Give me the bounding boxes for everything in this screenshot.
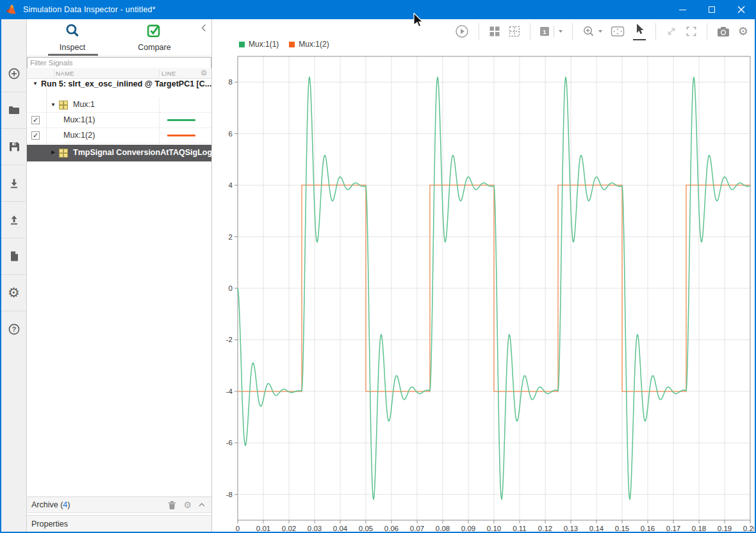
properties-label: Properties <box>31 520 68 529</box>
tab-compare-label: Compare <box>119 43 190 52</box>
active-tab-underline <box>48 54 98 56</box>
help-icon: ? <box>8 323 21 336</box>
run-label: Run 5: slrt_ex_osc_inlined @ TargetPC1 [… <box>41 79 211 88</box>
svg-text:6: 6 <box>229 130 233 138</box>
collapse-archive-chevron-icon[interactable] <box>199 503 205 507</box>
add-run-button[interactable] <box>1 56 27 92</box>
svg-text:0.18: 0.18 <box>692 525 706 532</box>
table-settings-gear-icon[interactable]: ⚙ <box>201 69 208 78</box>
column-line: LINE <box>161 70 176 77</box>
selected-signal-row[interactable]: ▶ TmpSignal ConversionAtTAQSigLoggi... <box>27 145 211 161</box>
svg-text:0.09: 0.09 <box>461 525 475 532</box>
folder-icon <box>8 104 21 117</box>
compare-check-icon <box>147 23 162 38</box>
column-name: NAME <box>56 70 74 77</box>
app-window: Simulation Data Inspector - untitled* <box>0 0 756 533</box>
add-icon <box>8 67 21 80</box>
signals-panel: Inspect Compare NAME <box>27 19 212 532</box>
import-button[interactable] <box>1 165 27 201</box>
svg-text:0.12: 0.12 <box>538 525 552 532</box>
archive-settings-gear-icon[interactable]: ⚙ <box>183 500 192 509</box>
svg-text:0.01: 0.01 <box>256 525 270 532</box>
svg-text:0.15: 0.15 <box>615 525 629 532</box>
close-icon <box>737 6 745 13</box>
signal-checkbox[interactable]: ✓ <box>31 131 40 140</box>
tab-compare[interactable]: Compare <box>119 23 190 52</box>
plot-canvas[interactable]: 00.010.020.030.040.050.060.070.080.090.1… <box>212 19 754 532</box>
svg-text:8: 8 <box>229 78 233 86</box>
svg-text:0: 0 <box>236 525 240 532</box>
signal-line-swatch <box>167 135 195 136</box>
svg-text:0.08: 0.08 <box>436 525 450 532</box>
collapse-properties-chevron-icon[interactable] <box>205 522 211 526</box>
collapse-panel-chevron-icon[interactable] <box>201 24 206 32</box>
signal-checkbox[interactable]: ✓ <box>31 116 40 124</box>
svg-text:0.17: 0.17 <box>666 525 680 532</box>
title-bar: Simulation Data Inspector - untitled* <box>0 0 756 19</box>
svg-text:-4: -4 <box>226 388 233 395</box>
svg-text:0.10: 0.10 <box>487 525 501 532</box>
svg-text:0.14: 0.14 <box>589 525 604 532</box>
maximize-button[interactable] <box>697 0 727 19</box>
svg-text:?: ? <box>12 325 15 333</box>
signal-name: Mux:1(2) <box>63 131 95 140</box>
tab-inspect[interactable]: Inspect <box>37 23 108 52</box>
selected-signal-label: TmpSignal ConversionAtTAQSigLoggi... <box>73 148 211 157</box>
svg-text:0.13: 0.13 <box>564 525 578 532</box>
svg-text:0.11: 0.11 <box>513 525 527 532</box>
report-button[interactable] <box>1 238 27 274</box>
signal-row-mux1-2[interactable]: ✓ Mux:1(2) <box>27 128 211 144</box>
panel-tabs: Inspect Compare <box>27 19 211 56</box>
mouse-cursor <box>413 13 425 29</box>
plot-panel: 1 <box>212 19 755 532</box>
svg-text:0.06: 0.06 <box>384 525 399 532</box>
window-title: Simulation Data Inspector - untitled* <box>23 5 156 14</box>
expanded-triangle-icon[interactable]: ▼ <box>51 102 56 108</box>
document-icon <box>8 250 21 263</box>
svg-text:0.03: 0.03 <box>308 525 322 532</box>
expanded-triangle-icon[interactable]: ▼ <box>33 81 38 86</box>
filter-signals-input[interactable] <box>27 57 211 69</box>
mux-icon <box>59 149 68 158</box>
signal-row-mux1-1[interactable]: ✓ Mux:1(1) <box>27 113 211 128</box>
svg-text:2: 2 <box>229 233 233 241</box>
minimize-icon <box>679 10 686 10</box>
open-button[interactable] <box>1 92 27 128</box>
preferences-button[interactable]: ⚙ <box>1 275 27 311</box>
mux-group-label: Mux:1 <box>73 100 95 109</box>
svg-text:-6: -6 <box>226 439 233 447</box>
maximize-icon <box>709 6 715 13</box>
svg-text:0.19: 0.19 <box>718 525 732 532</box>
close-button[interactable] <box>727 0 756 19</box>
archive-label: Archive ( <box>31 500 63 509</box>
download-arrow-icon <box>8 177 21 190</box>
filter-signals-wrap <box>27 56 211 68</box>
svg-text:0.04: 0.04 <box>333 525 348 532</box>
export-button[interactable] <box>1 202 27 238</box>
svg-text:-2: -2 <box>226 336 233 343</box>
mux-icon <box>59 101 68 110</box>
svg-text:-8: -8 <box>226 491 233 498</box>
save-button[interactable] <box>1 129 27 165</box>
svg-text:4: 4 <box>229 181 233 189</box>
properties-section-header[interactable]: Properties <box>27 515 211 532</box>
collapsed-triangle-icon[interactable]: ▶ <box>51 149 55 155</box>
magnifier-icon <box>65 23 80 38</box>
tab-inspect-label: Inspect <box>37 43 108 52</box>
svg-text:0: 0 <box>229 284 233 292</box>
help-button[interactable]: ? <box>1 311 27 347</box>
gear-icon: ⚙ <box>8 286 20 300</box>
mux-group-row[interactable]: ▼ Mux:1 <box>27 97 211 113</box>
upload-arrow-icon <box>8 213 21 226</box>
archive-section-header[interactable]: Archive (4) ⚙ <box>27 496 211 513</box>
svg-text:0.20: 0.20 <box>743 525 754 532</box>
svg-text:0.02: 0.02 <box>282 525 296 532</box>
svg-text:0.16: 0.16 <box>641 525 655 532</box>
trash-icon[interactable] <box>168 500 176 510</box>
svg-text:0.05: 0.05 <box>359 525 373 532</box>
left-tool-strip: ⚙ ? <box>1 19 27 532</box>
signal-line-swatch <box>167 119 195 121</box>
signal-name: Mux:1(1) <box>63 115 95 124</box>
run-row[interactable]: ▼ Run 5: slrt_ex_osc_inlined @ TargetPC1… <box>27 79 211 90</box>
minimize-button[interactable] <box>668 0 697 19</box>
